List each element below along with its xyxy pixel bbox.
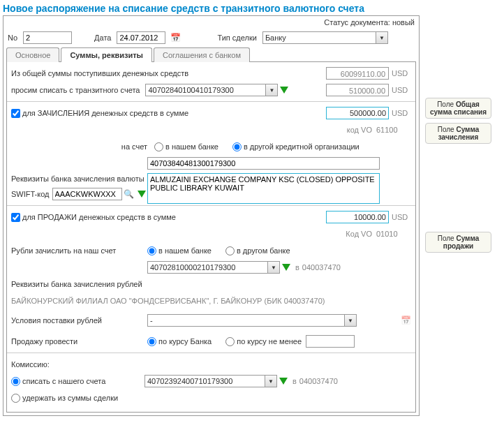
vo-label-2: Код VO (346, 230, 372, 238)
tabs: Основное Суммы, реквизиты Соглашения с б… (6, 47, 416, 61)
min-rate-input[interactable] (306, 335, 355, 348)
status-label: Статус документа: (324, 18, 390, 27)
arrow-down-icon[interactable] (280, 87, 288, 94)
rub-other-bank-label: в другом банке (237, 246, 290, 255)
tab-agreements[interactable]: Соглашения с банком (154, 47, 250, 62)
deal-type-label: Тип сделки (217, 34, 256, 42)
vo-value-2: 01010 (376, 230, 411, 238)
commission-account-select[interactable]: 40702392400710179300 ▼ (144, 375, 277, 387)
vo-value: 61100 (376, 126, 411, 134)
status-row: Статус документа: новый (3, 16, 419, 29)
our-bank-radio[interactable] (154, 142, 163, 151)
arrow-down-icon-3[interactable] (282, 264, 290, 271)
sell-label: Продажу провести (11, 337, 147, 346)
in-value-1: 040037470 (302, 263, 341, 272)
in-label-1: в (295, 263, 299, 272)
annot-sale-sum: Поле Сумма продажи (425, 232, 491, 253)
transit-account-select[interactable]: 40702840100410179300 ▼ (145, 84, 278, 96)
ccy-1: USD (392, 69, 411, 77)
vo-label: код VO (347, 126, 372, 134)
deal-type-select[interactable]: Банку ▼ (262, 31, 388, 44)
delivery-select[interactable]: - ▼ (147, 314, 357, 327)
bank-rate-label: по курсу Банка (158, 337, 212, 346)
tab-sums[interactable]: Суммы, реквизиты (61, 47, 152, 62)
other-bank-radio[interactable] (232, 142, 242, 151)
tab-panel: Из общей суммы поступивших денежных сред… (6, 61, 416, 413)
in-label-2: в (292, 377, 297, 385)
delivery-label: Условия поставки рублей (11, 316, 147, 325)
lookup-icon[interactable]: 🔍 (124, 189, 134, 199)
date-input[interactable] (117, 31, 165, 44)
status-value: новый (392, 18, 415, 27)
sale-checkbox[interactable] (11, 213, 20, 222)
credit-label: для ЗАЧИСЛЕНИЯ денежных средств в сумме (22, 109, 188, 117)
credit-amount-input[interactable] (326, 107, 389, 119)
ccy-2: USD (392, 86, 411, 94)
tab-main[interactable]: Основное (6, 47, 59, 62)
page-title: Новое распоряжение на списание средств с… (3, 3, 501, 14)
bank-details-textarea[interactable] (147, 173, 380, 204)
credit-checkbox[interactable] (11, 109, 20, 118)
writeoff-label: просим списать с транзитного счета (11, 86, 140, 94)
no-input[interactable] (23, 31, 72, 44)
form-container: Статус документа: новый No Дата 📅 Тип сд… (3, 15, 420, 416)
bank-details-label: Реквизиты банка зачисления валюты (11, 173, 147, 183)
commission-withhold-radio[interactable] (11, 394, 20, 403)
header-row: No Дата 📅 Тип сделки Банку ▼ (3, 29, 419, 47)
in-value-2: 040037470 (299, 377, 338, 385)
swift-input[interactable] (52, 188, 122, 200)
arrow-down-icon-4[interactable] (279, 378, 288, 385)
total-incoming-amount: 60099110.00 (326, 67, 389, 80)
commission-label: Комиссию: (11, 360, 50, 369)
commission-debit-radio[interactable] (11, 377, 20, 386)
date-label: Дата (94, 34, 111, 42)
calendar-icon[interactable]: 📅 (170, 32, 181, 43)
credit-account-input[interactable] (147, 157, 380, 170)
min-rate-label: по курсу не менее (237, 337, 302, 346)
our-bank-label: в нашем банке (165, 142, 218, 151)
arrow-down-icon-2[interactable] (138, 191, 146, 198)
bank-rate-radio[interactable] (147, 337, 156, 346)
sale-amount-input[interactable] (326, 211, 389, 223)
writeoff-amount: 510000.00 (326, 84, 389, 96)
ccy-4: USD (392, 213, 411, 221)
swift-label: SWIFT-код (11, 190, 50, 198)
commission-debit-label: списать с нашего счета (22, 377, 144, 385)
rub-bank-details-label: Реквизиты банка зачисления рублей (11, 280, 142, 288)
annot-total-writeoff: Поле Общая сумма списания (425, 98, 491, 119)
min-rate-radio[interactable] (225, 337, 235, 346)
ccy-3: USD (392, 109, 411, 117)
to-account-label: на счет (11, 142, 154, 151)
rub-our-bank-radio[interactable] (147, 246, 156, 255)
rubles-label: Рубли зачислить на наш счет (11, 246, 147, 255)
rub-account-select[interactable]: 40702810000210179300 ▼ (147, 261, 280, 274)
calendar-icon-2[interactable]: 📅 (400, 315, 411, 326)
rub-our-bank-label: в нашем банке (158, 246, 212, 255)
sale-label: для ПРОДАЖИ денежных средств в сумме (22, 213, 176, 221)
other-bank-label: в другой кредитной организации (244, 142, 360, 151)
no-label: No (8, 34, 17, 42)
commission-withhold-label: удержать из суммы сделки (22, 394, 118, 402)
rub-bank-details: БАЙКОНУРСКИЙ ФИЛИАЛ ОАО "ФОНДСЕРВИСБАНК"… (11, 297, 325, 305)
annot-credit-sum: Поле Сумма зачисления (425, 123, 491, 144)
total-incoming-label: Из общей суммы поступивших денежных сред… (11, 69, 326, 77)
rub-other-bank-radio[interactable] (225, 246, 235, 255)
